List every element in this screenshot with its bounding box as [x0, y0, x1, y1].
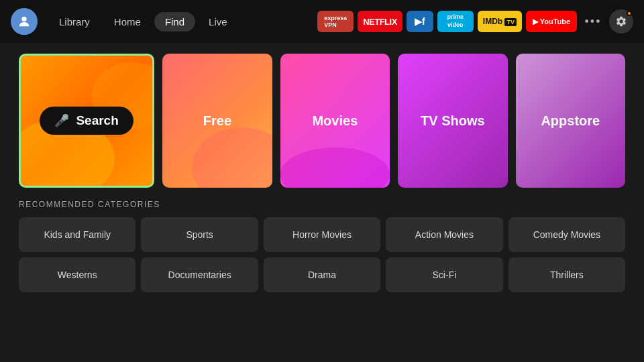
movies-tile[interactable]: Movies [280, 54, 390, 188]
movies-label: Movies [312, 113, 358, 129]
category-thrillers[interactable]: Thrillers [508, 257, 625, 292]
app-freevee[interactable]: ▶f [407, 11, 433, 32]
categories-row-1: Kids and Family Sports Horror Movies Act… [19, 217, 625, 252]
category-drama[interactable]: Drama [264, 257, 380, 292]
free-label: Free [203, 113, 231, 129]
more-apps-button[interactable]: ••• [581, 11, 605, 32]
microphone-icon: 🎤 [54, 113, 69, 128]
app-expressvpn[interactable]: expressVPN [317, 11, 354, 32]
tvshows-tile[interactable]: TV Shows [398, 54, 507, 188]
appstore-label: Appstore [541, 113, 600, 129]
settings-notification-dot [627, 11, 632, 16]
settings-button[interactable] [609, 9, 633, 34]
appstore-tile[interactable]: Appstore [516, 54, 625, 188]
search-tile[interactable]: 🎤 Search [19, 54, 154, 188]
category-scifi[interactable]: Sci-Fi [386, 257, 502, 292]
tiles-row: 🎤 Search Free Movies TV Shows Appstore [19, 54, 625, 188]
free-tile[interactable]: Free [162, 54, 272, 188]
app-netflix[interactable]: NETFLIX [358, 11, 402, 32]
category-comedy-movies[interactable]: Comedy Movies [508, 217, 625, 252]
user-avatar[interactable] [11, 8, 38, 35]
search-label: Search [76, 113, 118, 128]
category-horror-movies[interactable]: Horror Movies [264, 217, 380, 252]
nav-links: Library Home Find Live [48, 12, 238, 32]
app-icons-bar: expressVPN NETFLIX ▶f prime video IMDb T… [317, 9, 633, 34]
nav-library[interactable]: Library [48, 12, 101, 32]
tvshows-label: TV Shows [421, 113, 485, 129]
category-documentaries[interactable]: Documentaries [141, 257, 258, 292]
recommended-categories-label: RECOMMENDED CATEGORIES [19, 200, 625, 209]
nav-find[interactable]: Find [154, 12, 195, 32]
app-youtube[interactable]: ▶ YouTube [526, 11, 577, 32]
nav-live[interactable]: Live [198, 12, 238, 32]
app-prime-video[interactable]: prime video [437, 11, 474, 32]
top-navigation: Library Home Find Live expressVPN NETFLI… [0, 0, 644, 43]
app-imdb[interactable]: IMDb TV [478, 11, 522, 32]
categories-grid: Kids and Family Sports Horror Movies Act… [19, 217, 625, 292]
category-westerns[interactable]: Westerns [19, 257, 136, 292]
nav-home[interactable]: Home [103, 12, 152, 32]
categories-row-2: Westerns Documentaries Drama Sci-Fi Thri… [19, 257, 625, 292]
search-button[interactable]: 🎤 Search [40, 107, 133, 135]
main-content: 🎤 Search Free Movies TV Shows Appstore R… [0, 43, 644, 292]
svg-point-0 [21, 17, 26, 21]
category-sports[interactable]: Sports [141, 217, 258, 252]
category-action-movies[interactable]: Action Movies [386, 217, 502, 252]
category-kids-family[interactable]: Kids and Family [19, 217, 136, 252]
